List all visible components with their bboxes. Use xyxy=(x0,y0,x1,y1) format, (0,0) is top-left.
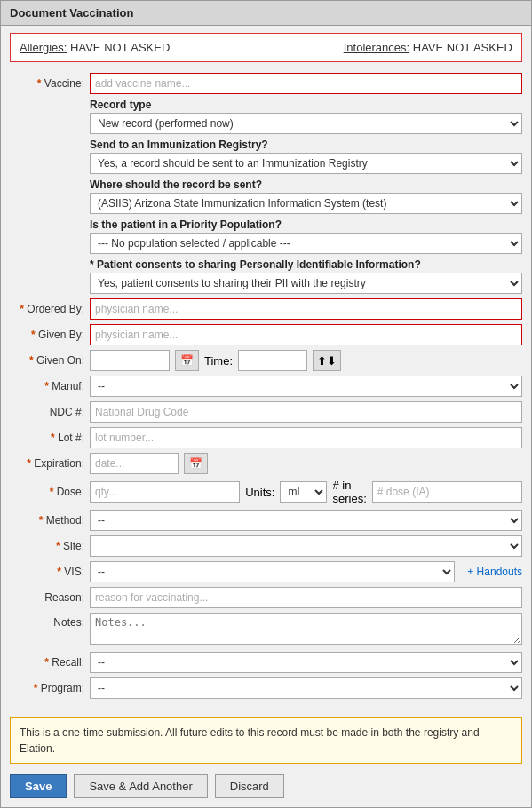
site-cell xyxy=(90,535,522,557)
record-type-section: Record type New record (performed now) xyxy=(10,99,522,134)
where-sent-section: Where should the record be sent? (ASIIS)… xyxy=(10,178,522,214)
given-by-row: * Given By: xyxy=(10,324,522,345)
program-row: * Program: -- xyxy=(10,677,522,699)
given-by-label: * Given By: xyxy=(10,329,90,341)
ndc-label: NDC #: xyxy=(10,406,90,418)
vis-select[interactable]: -- xyxy=(90,561,455,582)
record-type-label: Record type xyxy=(90,99,522,111)
recall-label: * Recall: xyxy=(10,656,90,669)
intolerances-info: Intolerances: HAVE NOT ASKED xyxy=(344,41,512,54)
manuf-select[interactable]: -- xyxy=(90,376,522,397)
manuf-row: * Manuf: -- xyxy=(10,376,522,397)
series-label: # in series: xyxy=(332,479,366,505)
calendar-icon-button[interactable]: 📅 xyxy=(175,350,199,371)
record-type-select[interactable]: New record (performed now) xyxy=(90,113,522,134)
handouts-link[interactable]: + Handouts xyxy=(460,566,522,578)
method-select[interactable]: -- xyxy=(90,510,522,531)
lot-cell xyxy=(90,427,522,448)
discard-button[interactable]: Discard xyxy=(215,774,284,798)
document-vaccination-window: Document Vaccination Allergies: HAVE NOT… xyxy=(0,0,532,808)
notice-bar: This is a one-time submission. All futur… xyxy=(10,717,522,764)
form-area: * Vaccine: Record type New record (perfo… xyxy=(1,69,531,712)
notes-textarea[interactable] xyxy=(90,613,522,645)
dose-label: * Dose: xyxy=(10,486,90,498)
given-on-row: * Given On: 04/25/2022 📅 Time: 11:37 am … xyxy=(10,350,522,371)
window-title: Document Vaccination xyxy=(1,1,531,26)
vis-cell: -- + Handouts xyxy=(90,561,522,582)
units-select[interactable]: mL mg mcg xyxy=(280,481,327,503)
vis-row: * VIS: -- + Handouts xyxy=(10,561,522,582)
notes-label: Notes: xyxy=(10,613,90,629)
where-sent-select[interactable]: (ASIIS) Arizona State Immunization Infor… xyxy=(90,193,522,214)
allergies-value: HAVE NOT ASKED xyxy=(70,41,170,54)
site-select[interactable] xyxy=(90,535,522,557)
program-cell: -- xyxy=(90,677,522,699)
method-label: * Method: xyxy=(10,514,90,527)
priority-population-section: Is the patient in a Priority Population?… xyxy=(10,218,522,254)
expiration-row: * Expiration: 📅 xyxy=(10,453,522,474)
given-on-date-input[interactable]: 04/25/2022 xyxy=(90,350,170,371)
vaccine-field-cell xyxy=(90,73,522,94)
reason-input[interactable] xyxy=(90,587,522,608)
dose-qty-input[interactable] xyxy=(90,481,240,503)
recall-cell: -- xyxy=(90,652,522,673)
vaccine-label: * Vaccine: xyxy=(10,77,90,90)
save-add-button[interactable]: Save & Add Another xyxy=(74,774,207,798)
given-by-cell xyxy=(90,324,522,345)
vaccine-input[interactable] xyxy=(90,73,522,94)
units-label: Units: xyxy=(245,486,274,499)
patient-consents-label: * Patient consents to sharing Personally… xyxy=(90,258,522,271)
footer-buttons: Save Save & Add Another Discard xyxy=(1,767,531,807)
site-row: * Site: xyxy=(10,535,522,557)
intolerances-value: HAVE NOT ASKED xyxy=(413,41,512,54)
ordered-by-label: * Ordered By: xyxy=(10,303,90,315)
where-sent-label: Where should the record be sent? xyxy=(90,178,522,191)
notes-cell xyxy=(90,613,522,647)
site-label: * Site: xyxy=(10,540,90,552)
time-input[interactable]: 11:37 am xyxy=(238,350,307,371)
given-by-input[interactable] xyxy=(90,324,522,345)
allergy-bar: Allergies: HAVE NOT ASKED Intolerances: … xyxy=(10,33,522,62)
program-select[interactable]: -- xyxy=(90,677,522,699)
reason-label: Reason: xyxy=(10,591,90,604)
vaccine-row: * Vaccine: xyxy=(10,73,522,94)
reason-cell xyxy=(90,587,522,608)
lot-input[interactable] xyxy=(90,427,522,448)
ndc-cell xyxy=(90,401,522,423)
expiration-cell: 📅 xyxy=(90,453,522,474)
given-on-label: * Given On: xyxy=(10,354,90,367)
recall-select[interactable]: -- xyxy=(90,652,522,673)
recall-row: * Recall: -- xyxy=(10,652,522,673)
priority-population-select[interactable]: --- No population selected / applicable … xyxy=(90,233,522,254)
patient-consents-select[interactable]: Yes, patient consents to sharing their P… xyxy=(90,273,522,294)
allergies-info: Allergies: HAVE NOT ASKED xyxy=(20,41,170,54)
ordered-by-row: * Ordered By: xyxy=(10,298,522,320)
manuf-label: * Manuf: xyxy=(10,380,90,392)
given-on-cell: 04/25/2022 📅 Time: 11:37 am ⬆⬇ xyxy=(90,350,522,371)
lot-label: * Lot #: xyxy=(10,432,90,444)
vis-label: * VIS: xyxy=(10,566,90,578)
send-registry-label: Send to an Immunization Registry? xyxy=(90,139,522,151)
notice-text: This is a one-time submission. All futur… xyxy=(20,726,480,755)
expiration-date-input[interactable] xyxy=(90,453,179,474)
priority-population-label: Is the patient in a Priority Population? xyxy=(90,218,522,231)
notes-row: Notes: xyxy=(10,613,522,647)
lot-row: * Lot #: xyxy=(10,427,522,448)
expiration-calendar-button[interactable]: 📅 xyxy=(184,453,208,474)
send-registry-section: Send to an Immunization Registry? Yes, a… xyxy=(10,139,522,174)
ndc-row: NDC #: xyxy=(10,401,522,423)
patient-consents-section: * Patient consents to sharing Personally… xyxy=(10,258,522,294)
send-registry-select[interactable]: Yes, a record should be sent to an Immun… xyxy=(90,153,522,174)
expiration-label: * Expiration: xyxy=(10,457,90,470)
ordered-by-input[interactable] xyxy=(90,298,522,320)
save-button[interactable]: Save xyxy=(10,774,67,798)
method-cell: -- xyxy=(90,510,522,531)
reason-row: Reason: xyxy=(10,587,522,608)
dose-row: * Dose: Units: mL mg mcg # in series: xyxy=(10,479,522,505)
series-input[interactable] xyxy=(372,481,522,503)
intolerances-label: Intolerances: xyxy=(344,41,409,54)
program-label: * Program: xyxy=(10,682,90,694)
time-spinner[interactable]: ⬆⬇ xyxy=(313,350,341,371)
ndc-input[interactable] xyxy=(90,401,522,423)
time-label: Time: xyxy=(204,354,233,368)
